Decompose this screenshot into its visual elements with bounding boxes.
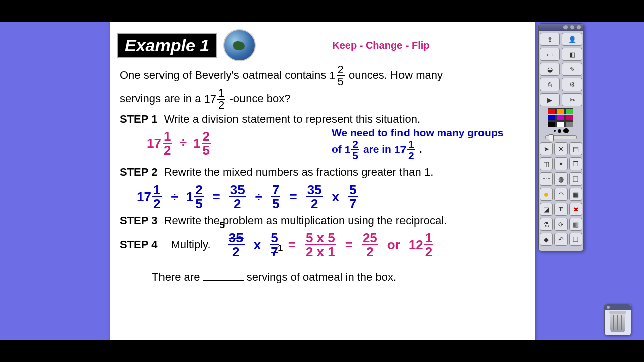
roll-icon[interactable]: ◧ bbox=[562, 48, 582, 61]
problem-line1b: ounces. How many bbox=[349, 69, 443, 81]
step4-label: STEP 4 bbox=[120, 238, 157, 251]
problem-text: One serving of Beverly's oatmeal contain… bbox=[120, 64, 520, 111]
color-swatch[interactable] bbox=[556, 108, 565, 114]
close-icon[interactable] bbox=[576, 25, 581, 30]
step3-label: STEP 3 bbox=[120, 214, 157, 227]
gear-icon[interactable]: ⚙ bbox=[562, 78, 582, 91]
panel-icon[interactable]: ▥ bbox=[569, 218, 582, 231]
sticky-icon[interactable]: ◪ bbox=[540, 203, 553, 216]
explanation-text: We need to find how many groups of 125 a… bbox=[332, 127, 528, 161]
keep-change-flip-label: Keep - Change - Flip bbox=[332, 40, 429, 51]
paste-icon[interactable]: ❒ bbox=[569, 233, 582, 246]
bucket-icon[interactable]: ◍ bbox=[554, 172, 568, 186]
delete-icon[interactable]: ✖ bbox=[569, 203, 582, 216]
person-icon[interactable]: 👤 bbox=[562, 33, 582, 46]
minimize-icon[interactable] bbox=[563, 25, 568, 30]
step2-expression: 1712 ÷ 125 = 352 ÷ 75 = 352 x 57 bbox=[137, 183, 523, 210]
printer-icon[interactable]: ⎙ bbox=[540, 78, 560, 91]
folder-icon[interactable]: ▤ bbox=[569, 142, 582, 155]
pointer-icon[interactable]: ➤ bbox=[540, 142, 553, 155]
play-icon[interactable]: ▶ bbox=[540, 93, 560, 106]
toolbox-titlebar[interactable] bbox=[539, 24, 583, 31]
compass-icon[interactable]: ✕ bbox=[554, 142, 568, 155]
step1-label: STEP 1 bbox=[120, 113, 157, 125]
marker-icon[interactable]: ◆ bbox=[540, 233, 553, 246]
copy-icon[interactable]: ❐ bbox=[569, 157, 582, 170]
step1-text: Write a division statement to represent … bbox=[164, 113, 421, 125]
eraser-icon[interactable]: ◫ bbox=[540, 157, 553, 170]
color-swatch[interactable] bbox=[565, 115, 573, 121]
color-palette[interactable] bbox=[548, 108, 574, 127]
brush-icon[interactable]: 〰 bbox=[540, 172, 553, 186]
cancel-annotation-bot: 1 bbox=[278, 243, 283, 254]
text-icon[interactable]: T bbox=[554, 203, 568, 216]
trash-titlebar[interactable] bbox=[605, 304, 631, 310]
color-swatch[interactable] bbox=[556, 121, 565, 127]
color-swatch[interactable] bbox=[556, 115, 565, 121]
step2-text: Rewrite the mixed numbers as fractions g… bbox=[164, 166, 434, 178]
color-swatch[interactable] bbox=[548, 115, 556, 121]
paint-icon[interactable]: ◒ bbox=[540, 63, 560, 76]
size-picker[interactable] bbox=[539, 128, 583, 133]
color-swatch[interactable] bbox=[548, 108, 556, 114]
film-icon[interactable]: ▦ bbox=[569, 188, 582, 201]
step3-text: Rewrite the problem as multiplication us… bbox=[164, 214, 447, 227]
trash-window[interactable] bbox=[604, 304, 631, 336]
trash-icon[interactable] bbox=[610, 313, 625, 332]
share-icon[interactable]: ⇪ bbox=[540, 33, 560, 46]
scissors-icon[interactable]: ✂ bbox=[562, 93, 582, 106]
new-page-icon[interactable]: ▭ bbox=[540, 48, 560, 61]
color-swatch[interactable] bbox=[565, 121, 573, 127]
problem-line2b: -ounce box? bbox=[229, 92, 290, 105]
problem-line1a: One serving of Beverly's oatmeal contain… bbox=[120, 69, 329, 81]
answer-blank[interactable] bbox=[203, 280, 244, 281]
tool-palette[interactable]: ⇪👤▭◧◒✎⎙⚙▶✂ ➤✕▤◫✦❐〰◍❏●◠▦◪T✖⚗⟳▥◆↶❒ bbox=[538, 23, 584, 251]
highlighter-icon[interactable]: ◠ bbox=[554, 188, 568, 201]
problem-line2a: servings are in a bbox=[120, 92, 204, 105]
step2-label: STEP 2 bbox=[120, 166, 157, 178]
opacity-slider[interactable] bbox=[545, 135, 577, 139]
globe-icon bbox=[223, 29, 256, 61]
circle-icon[interactable]: ● bbox=[540, 188, 553, 201]
spray-icon[interactable]: ✦ bbox=[554, 157, 568, 170]
wrench-icon[interactable]: ✎ bbox=[562, 63, 582, 76]
refresh-icon[interactable]: ⟳ bbox=[554, 218, 568, 231]
color-swatch[interactable] bbox=[548, 121, 556, 127]
flask-icon[interactable]: ⚗ bbox=[540, 218, 553, 231]
step4-text: Multiply. bbox=[171, 238, 211, 251]
cancel-annotation-top: 5 bbox=[220, 220, 225, 231]
conclusion-text: There are servings of oatmeal in the box… bbox=[152, 270, 523, 284]
example-title: Example 1 bbox=[117, 33, 217, 58]
undo-icon[interactable]: ↶ bbox=[554, 233, 568, 246]
clip-icon[interactable]: ❏ bbox=[569, 172, 582, 186]
worksheet-page: Example 1 Keep - Change - Flip One servi… bbox=[110, 22, 535, 340]
expand-icon[interactable] bbox=[570, 25, 575, 30]
color-swatch[interactable] bbox=[565, 108, 573, 114]
